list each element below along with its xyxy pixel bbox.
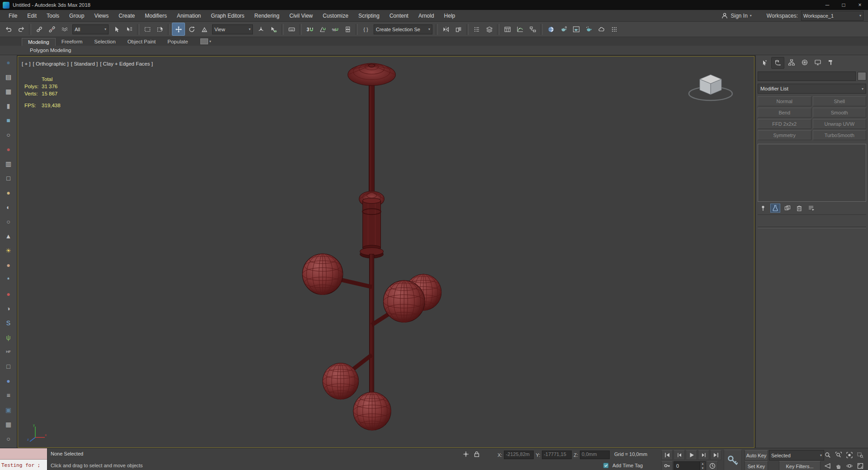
menu-group[interactable]: Group — [64, 10, 89, 21]
modifier-list-dropdown[interactable]: Modifier List ▾ — [758, 84, 866, 94]
previous-frame-button[interactable] — [674, 450, 685, 460]
object-name-field[interactable] — [758, 71, 856, 81]
command-tab-modify[interactable] — [771, 57, 784, 69]
menu-create[interactable]: Create — [114, 10, 140, 21]
add-time-tag[interactable]: Add Time Tag — [602, 462, 643, 469]
left-tool-22-icon[interactable]: □ — [3, 361, 14, 371]
ribbon-tab-selection[interactable]: Selection — [88, 38, 121, 46]
configure-modifier-sets-button[interactable] — [806, 204, 816, 212]
rectangular-selection-region-icon[interactable] — [141, 23, 153, 35]
modifier-button-ffd-2x2x2[interactable]: FFD 2x2x2 — [758, 119, 811, 129]
left-tool-1-icon[interactable]: ● — [3, 57, 14, 67]
zoom-extents-button[interactable] — [844, 450, 854, 460]
menu-animation[interactable]: Animation — [172, 10, 206, 21]
left-tool-8-icon[interactable]: ▥ — [3, 158, 14, 169]
menu-customize[interactable]: Customize — [318, 10, 354, 21]
menu-file[interactable]: File — [4, 10, 22, 21]
select-and-rotate-icon[interactable] — [185, 23, 198, 35]
select-and-move-icon[interactable] — [172, 23, 185, 36]
left-tool-15-icon[interactable]: ● — [3, 260, 14, 270]
pan-view-button[interactable] — [833, 461, 844, 470]
left-tool-25-icon[interactable]: ▣ — [3, 404, 14, 415]
command-tab-create[interactable] — [758, 57, 770, 68]
workspace-dropdown[interactable]: Workspace_1 ▾ — [801, 11, 863, 21]
polygon-modeling-panel[interactable]: Polygon Modeling — [25, 47, 76, 54]
command-tab-hierarchy[interactable] — [785, 57, 797, 68]
keyboard-shortcut-override-icon[interactable] — [285, 23, 298, 35]
show-end-result-button[interactable] — [770, 204, 780, 213]
object-color-swatch[interactable] — [858, 72, 866, 81]
spinner-snap-toggle-icon[interactable] — [342, 23, 354, 35]
angle-snap-toggle-icon[interactable] — [316, 23, 328, 35]
command-tab-display[interactable] — [811, 57, 824, 68]
ribbon-options-button[interactable]: ▾ — [200, 38, 211, 46]
menu-modifiers[interactable]: Modifiers — [140, 10, 172, 21]
listener-line[interactable]: Testing for ; — [0, 460, 47, 470]
left-tool-13-icon[interactable]: ▲ — [3, 231, 14, 241]
viewport-render-preset-menu[interactable]: [ Standard ] — [71, 61, 98, 66]
menu-content[interactable]: Content — [384, 10, 413, 21]
selection-lock-toggle[interactable] — [473, 451, 480, 458]
command-tab-motion[interactable] — [798, 57, 811, 68]
render-setup-icon[interactable] — [557, 23, 569, 35]
left-tool-18-icon[interactable]: ◑ — [3, 303, 14, 313]
left-tool-11-icon[interactable]: ◐ — [3, 202, 14, 212]
left-tool-23-icon[interactable]: ● — [3, 375, 14, 386]
left-tool-7-icon[interactable]: ● — [3, 144, 14, 154]
toggle-layer-explorer-icon[interactable] — [483, 23, 495, 35]
viewport[interactable]: [ + ][ Orthographic ][ Standard ][ Clay … — [18, 56, 754, 448]
bind-to-space-warp-icon[interactable] — [58, 23, 71, 35]
ribbon-tab-modeling[interactable]: Modeling — [22, 38, 56, 46]
set-keys-button[interactable] — [724, 450, 742, 470]
zoom-button[interactable] — [822, 450, 833, 460]
material-editor-icon[interactable] — [545, 23, 557, 35]
left-tool-17-icon[interactable]: ● — [3, 289, 14, 299]
minimize-button[interactable]: ─ — [819, 0, 835, 10]
menu-arnold[interactable]: Arnold — [413, 10, 439, 21]
viewcube[interactable] — [679, 67, 742, 108]
maximize-button[interactable]: □ — [835, 0, 852, 10]
mirror-icon[interactable] — [440, 23, 452, 35]
left-tool-21-icon[interactable]: HF — [3, 347, 14, 357]
named-selection-sets-dropdown[interactable]: Create Selection Se▾ — [374, 24, 432, 34]
edit-named-selection-sets-icon[interactable]: { } — [360, 23, 372, 35]
next-frame-button[interactable] — [698, 450, 709, 460]
go-to-end-button[interactable] — [710, 450, 721, 460]
select-object-icon[interactable] — [110, 23, 123, 35]
key-selection-set-dropdown[interactable]: Selected ▾ — [769, 450, 824, 461]
curve-editor-icon[interactable] — [514, 23, 526, 35]
select-and-link-icon[interactable] — [33, 23, 45, 35]
window-crossing-icon[interactable] — [154, 23, 166, 35]
modifier-button-turbosmooth[interactable]: TurboSmooth — [813, 130, 867, 140]
select-and-scale-icon[interactable] — [198, 23, 210, 35]
modifier-button-shell[interactable]: Shell — [813, 96, 867, 106]
key-filters-button[interactable]: Key Filters... — [779, 461, 821, 470]
render-in-cloud-icon[interactable] — [595, 23, 607, 35]
zoom-all-button[interactable] — [833, 450, 844, 460]
field-of-view-button[interactable] — [822, 461, 833, 470]
left-tool-10-icon[interactable]: ● — [3, 187, 14, 198]
menu-graph-editors[interactable]: Graph Editors — [206, 10, 249, 21]
select-by-name-icon[interactable] — [123, 23, 135, 35]
play-animation-button[interactable] — [686, 450, 697, 460]
y-coordinate-field[interactable]: -17771,15 — [542, 451, 572, 459]
modifier-button-symmetry[interactable]: Symmetry — [758, 130, 811, 140]
go-to-start-button[interactable] — [661, 450, 673, 460]
autodesk-app-store-icon[interactable] — [608, 23, 620, 35]
remove-modifier-button[interactable] — [795, 204, 804, 212]
pin-stack-button[interactable] — [759, 204, 768, 212]
ribbon-tab-freeform[interactable]: Freeform — [56, 38, 89, 46]
left-tool-2-icon[interactable]: ▤ — [3, 71, 14, 82]
toggle-ribbon-icon[interactable] — [501, 23, 513, 35]
menu-rendering[interactable]: Rendering — [249, 10, 284, 21]
left-tool-3-icon[interactable]: ▦ — [3, 86, 14, 96]
schematic-view-icon[interactable] — [526, 23, 539, 35]
current-frame-field[interactable]: 0 ▲▼ — [674, 461, 706, 470]
macro-recorder-line[interactable] — [0, 448, 47, 460]
set-key-button[interactable]: Set Key — [745, 461, 768, 470]
command-tab-utilities[interactable] — [825, 57, 837, 68]
maxscript-mini-listener[interactable]: Testing for ; — [0, 448, 47, 470]
modifier-button-normal[interactable]: Normal — [758, 96, 811, 106]
sign-in-button[interactable]: Sign In ▾ — [721, 12, 751, 19]
menu-help[interactable]: Help — [439, 10, 460, 21]
